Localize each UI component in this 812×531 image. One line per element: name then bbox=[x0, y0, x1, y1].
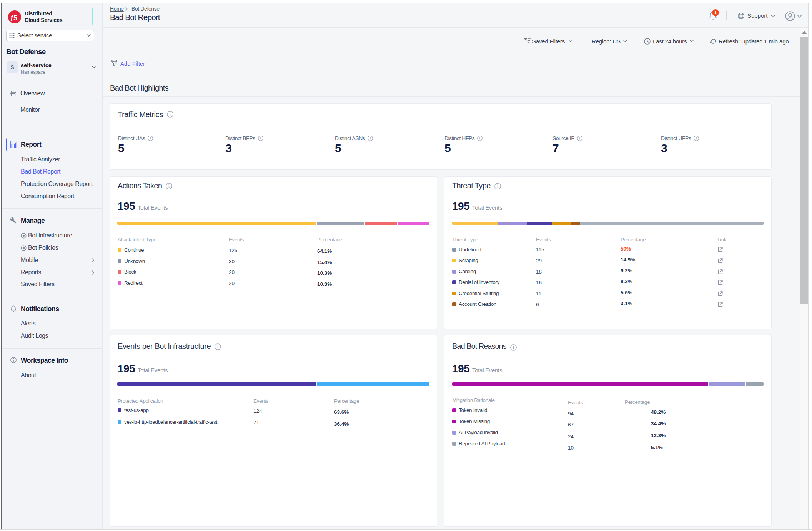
svg-text:5: 5 bbox=[13, 14, 17, 22]
